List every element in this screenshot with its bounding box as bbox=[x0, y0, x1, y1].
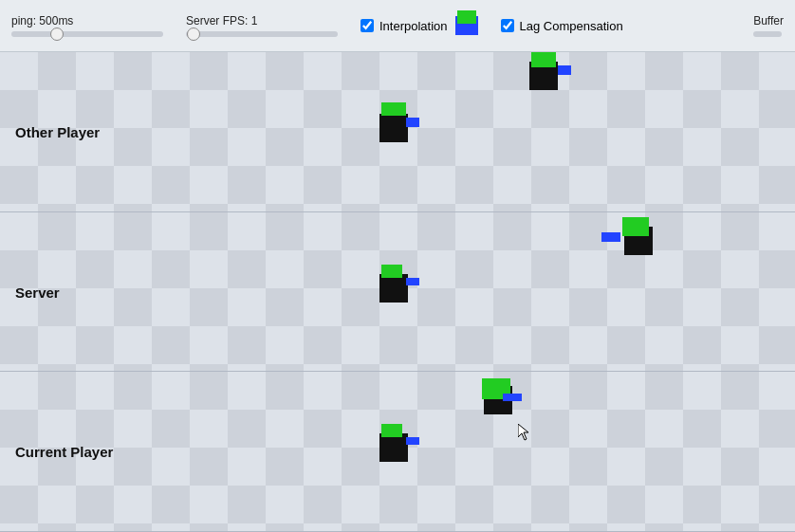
entity-blue bbox=[601, 232, 620, 242]
lag-compensation-checkbox[interactable] bbox=[501, 19, 514, 32]
panel-server: Server bbox=[0, 212, 795, 373]
buffer-slider-track[interactable] bbox=[753, 31, 782, 37]
server-fps-slider-track[interactable] bbox=[186, 31, 338, 37]
server-label: Server bbox=[15, 284, 60, 300]
interpolation-indicator bbox=[455, 16, 478, 35]
entity-body bbox=[379, 114, 408, 142]
entity-server-2 bbox=[624, 227, 653, 255]
entity-server-1 bbox=[379, 274, 408, 303]
entity-other-player-2 bbox=[529, 62, 558, 90]
lag-compensation-group: Lag Compensation bbox=[501, 19, 623, 33]
ping-label: ping: 500ms bbox=[11, 14, 163, 28]
interp-green-indicator bbox=[457, 10, 476, 24]
server-fps-slider-thumb[interactable] bbox=[187, 28, 200, 41]
ping-slider-thumb[interactable] bbox=[50, 28, 64, 41]
entity-blue bbox=[558, 65, 571, 75]
lag-compensation-label[interactable]: Lag Compensation bbox=[520, 19, 623, 33]
buffer-label: Buffer bbox=[753, 14, 784, 28]
interpolation-label[interactable]: Interpolation bbox=[379, 19, 448, 33]
panels: Other Player Server bbox=[0, 52, 795, 532]
current-player-label: Current Player bbox=[15, 444, 113, 460]
entity-blue bbox=[503, 394, 522, 401]
ping-slider-track[interactable] bbox=[11, 31, 163, 37]
entity-green bbox=[381, 102, 406, 116]
entity-green bbox=[381, 265, 402, 278]
buffer-control: Buffer bbox=[753, 14, 784, 37]
interpolation-checkbox[interactable] bbox=[361, 19, 374, 32]
entity-green bbox=[531, 52, 556, 67]
header: ping: 500ms Server FPS: 1 Interpolation … bbox=[0, 0, 795, 52]
entity-other-player-1 bbox=[379, 114, 408, 142]
entity-green bbox=[381, 424, 402, 437]
interpolation-group: Interpolation bbox=[361, 16, 478, 35]
entity-green bbox=[622, 217, 649, 236]
ping-control: ping: 500ms bbox=[11, 14, 163, 37]
other-player-label: Other Player bbox=[15, 123, 100, 139]
entity-blue bbox=[406, 278, 419, 285]
panel-current-player: Current Player bbox=[0, 372, 795, 532]
entity-blue bbox=[406, 437, 419, 445]
entity-body bbox=[379, 274, 408, 303]
entity-body bbox=[379, 433, 408, 462]
server-fps-label: Server FPS: 1 bbox=[186, 14, 338, 28]
entity-current-player-2 bbox=[484, 386, 512, 414]
panel-other-player: Other Player bbox=[0, 52, 795, 212]
entity-blue bbox=[406, 118, 419, 127]
server-fps-control: Server FPS: 1 bbox=[186, 14, 338, 37]
entity-current-player-1 bbox=[379, 433, 408, 462]
